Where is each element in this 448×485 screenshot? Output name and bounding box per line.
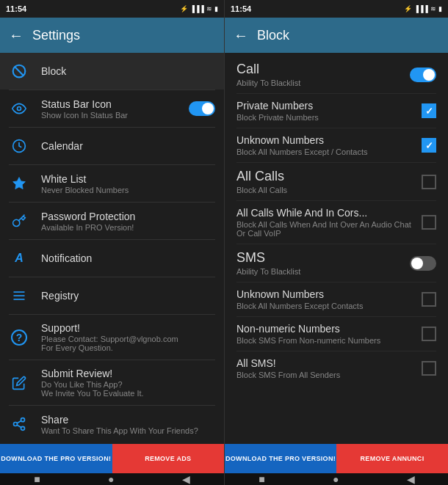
password-subtitle: Available In PRO Version!: [41, 223, 215, 232]
review-title: Submit Review!: [41, 368, 215, 379]
all-calls-checkbox[interactable]: [422, 175, 436, 189]
block-item-unknown-sms[interactable]: Unknown Numbers Block All Numbers Except…: [225, 282, 448, 316]
call-title: Call: [236, 62, 410, 77]
right-status-icons: ⚡ ▐▐▐ ≋ ▮: [404, 5, 442, 12]
remove-ads-left-label: REMOVE ADS: [145, 455, 191, 462]
sms-subtitle: Ability To Blacklist: [236, 267, 410, 276]
block-item-all-sms[interactable]: All SMS! Block SMS From All Senders: [225, 351, 448, 385]
svg-marker-4: [13, 178, 26, 189]
unknown-call-checkbox[interactable]: [422, 138, 436, 153]
share-subtitle: Want To Share This App With Your Friends…: [41, 426, 215, 435]
sidebar-item-share[interactable]: Share Want To Share This App With Your F…: [0, 406, 224, 442]
status-bar-toggle[interactable]: [189, 101, 215, 116]
eye-icon: [9, 98, 29, 119]
block-item-call[interactable]: Call Ability To Blacklist: [225, 56, 448, 93]
right-toolbar: ← Block: [225, 18, 448, 53]
remove-annunci-label: REMOVE ANNUNCI: [361, 455, 424, 462]
left-nav-square-icon[interactable]: ■: [34, 473, 40, 485]
calls-cors-title: All Calls While And In Cors...: [236, 207, 422, 219]
sidebar-item-block[interactable]: Block: [0, 53, 224, 90]
sidebar-item-calendar[interactable]: Calendar: [0, 128, 224, 164]
unknown-sms-text: Unknown Numbers Block All Numbers Except…: [236, 288, 422, 310]
right-bottom-nav: ■ ● ◀: [225, 473, 448, 485]
status-bar-item-text: Status Bar Icon Show Icon In Status Bar: [41, 98, 177, 120]
block-item-non-numeric[interactable]: Non-numeric Numbers Block SMS From Non-n…: [225, 317, 448, 351]
unknown-sms-checkbox[interactable]: [422, 292, 436, 307]
status-bar-title: Status Bar Icon: [41, 98, 177, 110]
notification-icon: A: [9, 248, 29, 269]
svg-point-2: [18, 107, 21, 111]
svg-line-11: [17, 425, 21, 427]
sidebar-item-whitelist[interactable]: White List Never Blocked Numbers: [0, 165, 224, 202]
calls-cors-subtitle: Block All Calls When And Int Over An Aud…: [236, 220, 422, 238]
password-item-text: Password Protection Available In PRO Ver…: [41, 211, 215, 232]
settings-list: Block Status Bar Icon Show Icon In Statu…: [0, 53, 224, 444]
bluetooth-icon: ⚡: [180, 5, 188, 12]
right-nav-square-icon[interactable]: ■: [259, 473, 264, 485]
right-nav-back-icon[interactable]: ◀: [407, 473, 415, 485]
sms-toggle[interactable]: [410, 256, 436, 271]
share-item-text: Share Want To Share This App With Your F…: [41, 414, 215, 435]
block-icon: [9, 61, 29, 81]
private-numbers-checkbox[interactable]: [422, 103, 436, 118]
non-numeric-checkbox[interactable]: [422, 327, 436, 341]
whitelist-title: White List: [41, 173, 215, 185]
block-item-private-numbers[interactable]: Private Numbers Block Private Numbers: [225, 94, 448, 128]
sms-title: SMS: [236, 250, 410, 266]
sidebar-item-review[interactable]: Submit Review! Do You Like This App?We I…: [0, 360, 224, 405]
block-item-text: Block: [41, 65, 215, 77]
share-icon: [9, 414, 29, 434]
support-title: Support!: [41, 322, 215, 334]
key-icon: [9, 211, 29, 231]
right-title: Block: [257, 28, 289, 43]
block-item-unknown-call[interactable]: Unknown Numbers Block All Numbers Except…: [225, 128, 448, 162]
calendar-item-text: Calendar: [41, 140, 215, 152]
right-back-button[interactable]: ←: [234, 27, 248, 44]
left-back-button[interactable]: ←: [9, 27, 24, 44]
private-numbers-title: Private Numbers: [236, 100, 422, 112]
left-nav-circle-icon[interactable]: ●: [108, 473, 114, 485]
sidebar-item-password[interactable]: Password Protection Available In PRO Ver…: [0, 203, 224, 239]
unknown-call-text: Unknown Numbers Block All Numbers Except…: [236, 134, 422, 156]
non-numeric-subtitle: Block SMS From Non-numeric Numbers: [236, 336, 422, 345]
all-sms-checkbox[interactable]: [422, 361, 436, 376]
remove-annunci-button[interactable]: REMOVE ANNUNCI: [336, 444, 448, 473]
block-item-all-calls[interactable]: All Calls Block All Calls: [225, 163, 448, 200]
all-calls-title: All Calls: [236, 169, 422, 184]
whitelist-subtitle: Never Blocked Numbers: [41, 186, 215, 194]
all-sms-text: All SMS! Block SMS From All Senders: [236, 357, 422, 379]
support-icon: ?: [9, 327, 29, 348]
download-pro-right-button[interactable]: DOWNLOAD THE PRO VERSION!: [225, 444, 336, 473]
left-nav-back-icon[interactable]: ◀: [182, 473, 190, 485]
block-item-sms[interactable]: SMS Ability To Blacklist: [225, 244, 448, 282]
call-toggle[interactable]: [410, 68, 436, 82]
all-sms-subtitle: Block SMS From All Senders: [236, 371, 422, 379]
right-signal-icon: ▐▐▐: [414, 5, 428, 12]
non-numeric-text: Non-numeric Numbers Block SMS From Non-n…: [236, 323, 422, 345]
block-item-calls-cors[interactable]: All Calls While And In Cors... Block All…: [225, 201, 448, 244]
svg-point-8: [21, 418, 25, 422]
unknown-sms-subtitle: Block All Numbers Except Contacts: [236, 302, 422, 310]
share-title: Share: [41, 414, 215, 426]
remove-ads-left-button[interactable]: REMOVE ADS: [112, 444, 225, 473]
calendar-title: Calendar: [41, 140, 215, 152]
right-bottom-bar: DOWNLOAD THE PRO VERSION! REMOVE ANNUNCI: [225, 444, 448, 473]
svg-point-9: [14, 423, 18, 426]
sidebar-item-support[interactable]: ? Support! Please Contact: Support@vlgno…: [0, 315, 224, 360]
calls-cors-checkbox[interactable]: [422, 215, 436, 230]
right-nav-circle-icon[interactable]: ●: [333, 473, 339, 485]
sidebar-item-notification[interactable]: A Notification: [0, 240, 224, 277]
calendar-icon: [9, 136, 29, 156]
left-toolbar: ← Settings: [0, 18, 224, 53]
sidebar-item-status-bar[interactable]: Status Bar Icon Show Icon In Status Bar: [0, 90, 224, 127]
right-panel: 11:54 ⚡ ▐▐▐ ≋ ▮ ← Block Call Ability To …: [224, 0, 448, 485]
registry-icon: [9, 285, 29, 306]
sidebar-item-registry[interactable]: Registry: [0, 277, 224, 314]
registry-item-text: Registry: [41, 290, 215, 302]
download-pro-left-button[interactable]: DOWNLOAD THE PRO VERSION!: [0, 444, 112, 473]
left-bottom-bar: DOWNLOAD THE PRO VERSION! REMOVE ADS: [0, 444, 224, 473]
left-title: Settings: [32, 28, 80, 43]
download-pro-left-label: DOWNLOAD THE PRO VERSION!: [1, 455, 111, 462]
sms-text: SMS Ability To Blacklist: [236, 250, 410, 276]
password-title: Password Protection: [41, 211, 215, 222]
